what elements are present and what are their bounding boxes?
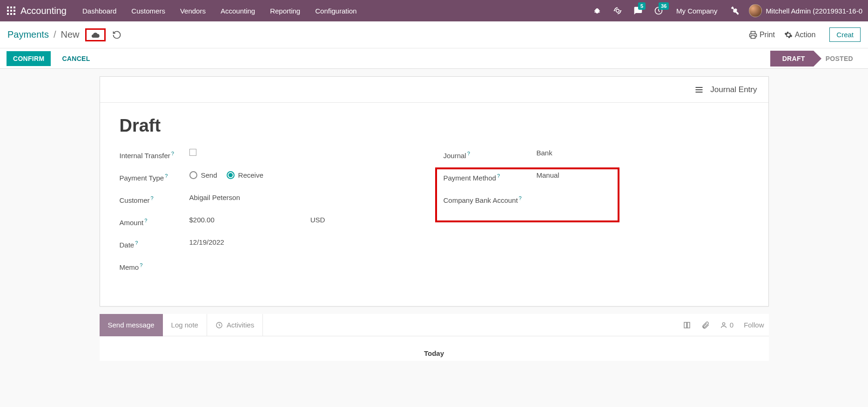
label-date: Date? — [120, 238, 189, 250]
cancel-button[interactable]: CANCEL — [54, 51, 97, 66]
radio-send[interactable] — [189, 171, 197, 179]
messages-badge: 5 — [638, 2, 646, 10]
svg-rect-1 — [10, 7, 12, 8]
breadcrumb: Payments / New — [7, 29, 80, 40]
log-note-tab[interactable]: Log note — [163, 314, 207, 336]
svg-rect-0 — [7, 7, 9, 8]
breadcrumb-parent[interactable]: Payments — [7, 29, 49, 40]
label-customer: Customer? — [120, 193, 189, 206]
activities-badge: 36 — [659, 2, 669, 10]
radio-receive[interactable] — [227, 171, 235, 179]
messages-icon[interactable]: 5 — [632, 4, 645, 17]
company-switcher[interactable]: My Company — [673, 7, 721, 15]
printer-icon — [749, 31, 757, 39]
create-button[interactable]: Creat — [829, 27, 861, 42]
person-icon — [720, 321, 727, 329]
support-icon[interactable] — [611, 4, 624, 17]
action-label: Action — [795, 31, 815, 39]
app-brand[interactable]: Accounting — [20, 6, 67, 16]
menu-dashboard[interactable]: Dashboard — [76, 4, 123, 18]
top-navbar: Accounting Dashboard Customers Vendors A… — [0, 0, 868, 21]
sheet-topbar: Journal Entry — [100, 77, 768, 103]
control-bar: Payments / New Print Action Creat — [0, 21, 868, 48]
send-message-tab[interactable]: Send message — [100, 314, 163, 336]
avatar — [749, 4, 762, 17]
date-value[interactable]: 12/19/2022 — [189, 238, 224, 246]
journal-entry-label: Journal Entry — [710, 85, 757, 94]
clock-icon — [215, 321, 223, 329]
customer-value[interactable]: Abigail Peterson — [189, 193, 240, 201]
control-actions: Print Action Creat — [749, 27, 861, 42]
discard-icon[interactable] — [112, 30, 121, 40]
payment-type-receive[interactable]: Receive — [227, 171, 263, 179]
menu-vendors[interactable]: Vendors — [174, 4, 212, 18]
form-right-column: Journal? Bank Payment Method? Manual Com… — [444, 149, 749, 283]
chatter-today-label: Today — [100, 336, 769, 361]
svg-rect-6 — [7, 13, 9, 15]
currency-value[interactable]: USD — [310, 216, 325, 224]
label-payment-type: Payment Type? — [120, 171, 189, 183]
internal-transfer-checkbox[interactable] — [189, 149, 196, 156]
label-memo: Memo? — [120, 260, 189, 273]
label-payment-method: Payment Method? — [444, 171, 537, 183]
top-menu: Dashboard Customers Vendors Accounting R… — [76, 4, 363, 18]
menu-configuration[interactable]: Configuration — [309, 4, 363, 18]
followers-count[interactable]: 0 — [720, 321, 733, 329]
save-cloud-highlight — [85, 28, 106, 41]
label-journal: Journal? — [444, 149, 537, 161]
svg-point-15 — [722, 322, 725, 325]
label-amount: Amount? — [120, 216, 189, 228]
print-label: Print — [760, 31, 775, 39]
menu-customers[interactable]: Customers — [125, 4, 172, 18]
journal-value[interactable]: Bank — [537, 149, 552, 157]
status-bar: DRAFT POSTED — [770, 48, 861, 69]
svg-point-9 — [616, 9, 619, 13]
apps-grid-icon[interactable] — [4, 3, 19, 18]
svg-rect-3 — [7, 10, 9, 12]
status-draft[interactable]: DRAFT — [770, 51, 814, 67]
breadcrumb-separator: / — [54, 29, 56, 40]
activities-icon[interactable]: 36 — [652, 4, 665, 17]
list-icon — [693, 85, 705, 94]
form-left-column: Internal Transfer? Payment Type? — [120, 149, 425, 283]
user-name: Mitchell Admin (22019931-16-0 — [766, 7, 862, 15]
menu-accounting[interactable]: Accounting — [214, 4, 262, 18]
action-menu[interactable]: Action — [784, 31, 815, 39]
page-title: Draft — [120, 116, 749, 136]
svg-rect-8 — [13, 13, 15, 15]
bug-icon[interactable] — [591, 4, 604, 17]
follow-button[interactable]: Follow — [744, 321, 764, 329]
svg-rect-5 — [13, 10, 15, 12]
confirm-button[interactable]: CONFIRM — [7, 51, 51, 66]
amount-value[interactable]: $200.00 — [189, 216, 215, 224]
payment-method-value[interactable]: Manual — [537, 171, 559, 179]
label-internal-transfer: Internal Transfer? — [120, 149, 189, 161]
user-menu[interactable]: Mitchell Admin (22019931-16-0 — [749, 4, 862, 17]
menu-reporting[interactable]: Reporting — [263, 4, 307, 18]
cloud-save-icon[interactable] — [90, 31, 101, 40]
attachment-icon[interactable] — [701, 321, 710, 329]
tools-icon[interactable] — [728, 4, 741, 17]
svg-rect-7 — [10, 13, 12, 15]
chatter-book-icon[interactable] — [683, 321, 691, 329]
topnav-right: 5 36 My Company Mitchell Admin (22019931… — [591, 4, 864, 17]
svg-rect-4 — [10, 10, 12, 12]
form-sheet: Journal Entry Draft Internal Transfer? — [100, 76, 769, 307]
label-company-bank-account: Company Bank Account? — [444, 193, 537, 206]
print-menu[interactable]: Print — [749, 31, 775, 39]
svg-rect-2 — [13, 7, 15, 8]
status-row: CONFIRM CANCEL DRAFT POSTED — [0, 48, 868, 69]
activities-tab[interactable]: Activities — [207, 314, 263, 336]
gear-icon — [784, 31, 793, 39]
payment-type-send[interactable]: Send — [189, 171, 217, 179]
journal-entry-button[interactable]: Journal Entry — [693, 85, 757, 94]
breadcrumb-current: New — [61, 29, 80, 40]
chatter: Send message Log note Activities 0 Follo… — [100, 314, 769, 361]
